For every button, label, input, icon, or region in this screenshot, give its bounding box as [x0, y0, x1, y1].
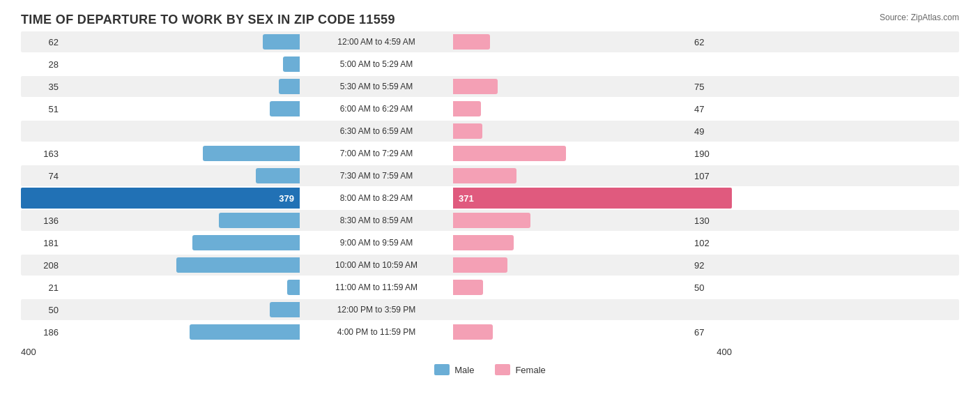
- female-bar: [453, 34, 490, 50]
- axis-row: 400 400: [21, 347, 959, 357]
- chart-title: TIME OF DEPARTURE TO WORK BY SEX IN ZIP …: [21, 13, 395, 27]
- female-bar: [453, 79, 498, 94]
- axis-right-label: 400: [717, 347, 732, 357]
- bar-male-value: 28: [21, 59, 63, 70]
- chart-source: Source: ZipAtlas.com: [880, 13, 959, 22]
- axis-left-label: 400: [21, 347, 36, 357]
- bar-male-value: 181: [21, 238, 63, 248]
- bar-female-value: 47: [690, 104, 732, 114]
- bar-row: 136 8:30 AM to 8:59 AM 130: [21, 210, 959, 231]
- right-bar-container: [453, 101, 690, 116]
- bar-label: 7:00 AM to 7:29 AM: [300, 149, 453, 158]
- left-bar-container: [63, 235, 300, 250]
- highlight-right: 371: [453, 188, 732, 209]
- bar-label: 6:00 AM to 6:29 AM: [300, 104, 453, 114]
- bar-male-value: 51: [21, 104, 63, 114]
- bar-label: 10:00 AM to 10:59 AM: [300, 260, 453, 270]
- bar-female-value: 75: [690, 82, 732, 92]
- right-bar-container: [453, 324, 690, 340]
- bar-female-value: 62: [690, 37, 732, 47]
- bar-label: 11:00 AM to 11:59 AM: [300, 282, 453, 292]
- bar-label: 12:00 AM to 4:59 AM: [300, 37, 453, 47]
- bar-row: 6:30 AM to 6:59 AM 49: [21, 121, 959, 142]
- legend-female-label: Female: [515, 365, 545, 375]
- left-bar-container: [63, 168, 300, 183]
- bar-female-value: 371: [453, 193, 474, 204]
- right-bar-container: [453, 34, 690, 50]
- female-bar: [453, 101, 481, 116]
- bar-male-value: 379: [279, 193, 300, 204]
- bar-row: 51 6:00 AM to 6:29 AM 47: [21, 98, 959, 119]
- female-bar: [453, 324, 493, 340]
- right-bar-container: [453, 235, 690, 250]
- bar-row: 181 9:00 AM to 9:59 AM 102: [21, 232, 959, 253]
- bar-row: 50 12:00 PM to 3:59 PM: [21, 299, 959, 320]
- male-bar: [192, 235, 300, 250]
- male-bar: [176, 257, 300, 273]
- male-bar: [263, 34, 300, 50]
- bars-area: 62 12:00 AM to 4:59 AM 62 28 5:00 AM to …: [21, 31, 959, 342]
- bar-male-value: 62: [21, 37, 63, 47]
- female-bar: [453, 146, 566, 161]
- male-bar: [256, 168, 300, 183]
- right-bar-container: [453, 168, 690, 183]
- chart-container: TIME OF DEPARTURE TO WORK BY SEX IN ZIP …: [0, 0, 980, 396]
- left-bar-container: [63, 302, 300, 317]
- bar-female-value: 107: [690, 171, 732, 181]
- female-bar: [453, 257, 507, 273]
- female-bar: [453, 213, 530, 228]
- bar-row: 74 7:30 AM to 7:59 AM 107: [21, 165, 959, 186]
- left-bar-container: [63, 101, 300, 116]
- bar-row: 62 12:00 AM to 4:59 AM 62: [21, 31, 959, 52]
- male-bar: [283, 56, 300, 72]
- bar-label: 12:00 PM to 3:59 PM: [300, 305, 453, 315]
- right-bar-container: [453, 146, 690, 161]
- bar-row: 186 4:00 PM to 11:59 PM 67: [21, 322, 959, 342]
- bar-label: 8:00 AM to 8:29 AM: [300, 193, 453, 203]
- right-bar-container: [453, 79, 690, 94]
- left-bar-container: [63, 324, 300, 340]
- bar-label: 5:30 AM to 5:59 AM: [300, 82, 453, 91]
- bar-row: 21 11:00 AM to 11:59 AM 50: [21, 277, 959, 298]
- bar-male-value: 208: [21, 260, 63, 271]
- bar-label: 9:00 AM to 9:59 AM: [300, 238, 453, 248]
- left-bar-container: [63, 79, 300, 94]
- legend-female-color: [495, 364, 510, 375]
- male-bar: [203, 146, 300, 161]
- legend-male-color: [434, 364, 450, 375]
- bar-male-value: 35: [21, 82, 63, 92]
- male-bar: [279, 79, 300, 94]
- right-bar-container: [453, 123, 690, 139]
- left-bar-container: [63, 257, 300, 273]
- bar-male-value: 163: [21, 149, 63, 159]
- bar-label: 4:00 PM to 11:59 PM: [300, 327, 453, 337]
- female-bar: [453, 123, 482, 139]
- bar-male-value: 50: [21, 305, 63, 315]
- bar-female-value: 92: [690, 260, 732, 271]
- bar-row: 35 5:30 AM to 5:59 AM 75: [21, 76, 959, 97]
- bar-female-value: 102: [690, 238, 732, 248]
- bar-female-value: 190: [690, 149, 732, 159]
- left-bar-container: [63, 34, 300, 50]
- bar-female-value: 130: [690, 216, 732, 226]
- highlight-left: 379: [21, 188, 300, 209]
- legend: Male Female: [21, 364, 959, 375]
- male-bar: [219, 213, 300, 228]
- bar-label: 6:30 AM to 6:59 AM: [300, 126, 453, 136]
- left-bar-container: [63, 280, 300, 295]
- right-bar-container: [453, 56, 690, 72]
- right-bar-container: [453, 302, 690, 317]
- legend-male-label: Male: [454, 365, 474, 375]
- female-bar: [453, 280, 483, 295]
- male-bar: [270, 101, 300, 116]
- bar-label: 7:30 AM to 7:59 AM: [300, 171, 453, 181]
- right-bar-container: [453, 280, 690, 295]
- left-bar-container: [63, 123, 300, 139]
- right-bar-container: [453, 213, 690, 228]
- bar-male-value: 74: [21, 171, 63, 181]
- bar-female-value: 49: [690, 126, 732, 137]
- bar-row: 163 7:00 AM to 7:29 AM 190: [21, 143, 959, 164]
- left-bar-container: [63, 146, 300, 161]
- bar-female-value: 67: [690, 327, 732, 338]
- legend-female: Female: [495, 364, 545, 375]
